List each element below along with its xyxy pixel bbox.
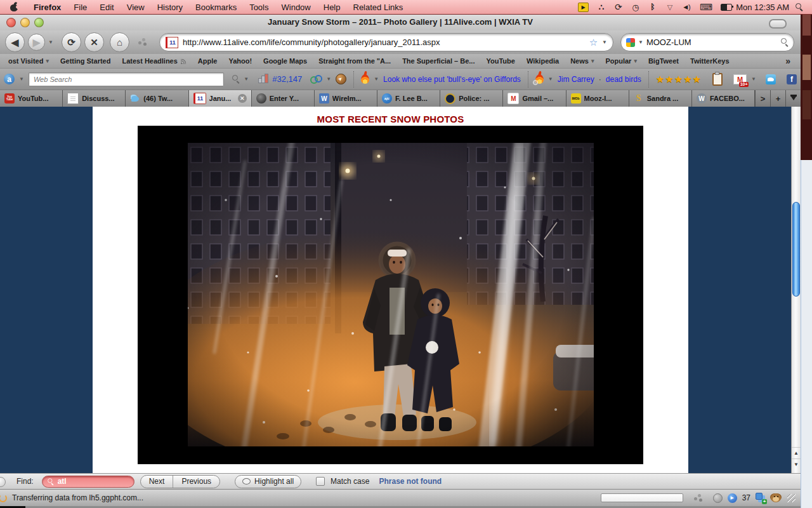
web-search-input[interactable] — [29, 72, 224, 86]
bookmark-item[interactable]: Wikipedia — [521, 57, 565, 65]
wifi-icon[interactable] — [665, 2, 674, 12]
status-molecule-icon[interactable] — [693, 494, 703, 502]
tab-list-button[interactable] — [785, 90, 801, 107]
twitter-toolbar-icon[interactable] — [766, 74, 776, 84]
wayback-compass-icon[interactable] — [336, 74, 346, 84]
history-clock-icon[interactable] — [631, 2, 640, 12]
history-dropdown-icon[interactable]: ▼ — [48, 39, 53, 45]
menu-item[interactable]: View — [121, 3, 151, 12]
status-circle-icon[interactable] — [713, 493, 723, 503]
bookmark-item[interactable]: Straight from the "A... — [313, 57, 396, 65]
tab[interactable]: Gmail –... — [503, 90, 566, 107]
bookmark-item[interactable]: Google Maps — [258, 57, 313, 65]
tab[interactable]: YouTub... — [0, 90, 63, 107]
url-text[interactable]: http://www.11alive.com/life/community/ph… — [183, 37, 585, 47]
volume-icon[interactable] — [683, 2, 691, 12]
toolbar-toggle-button[interactable] — [769, 19, 787, 29]
find-value[interactable]: atl — [58, 477, 67, 486]
bluetooth-icon[interactable] — [648, 2, 657, 12]
url-dropdown-icon[interactable]: ▼ — [602, 39, 607, 45]
highlight-all-button[interactable]: Highlight all — [235, 475, 301, 488]
match-case-checkbox[interactable] — [316, 477, 325, 486]
menu-item[interactable]: Tools — [243, 3, 275, 12]
script-play-icon[interactable] — [578, 3, 589, 12]
traffic-rank-icon[interactable] — [258, 75, 268, 84]
bookmark-item[interactable]: BigTweet — [643, 57, 684, 65]
back-button[interactable]: ◀ — [5, 32, 25, 52]
traffic-rank-value[interactable]: #32,147 — [272, 74, 302, 84]
battery-icon[interactable] — [721, 4, 732, 11]
find-next-button[interactable]: Next — [141, 476, 173, 488]
bookmark-item[interactable]: The Superficial – Be... — [396, 57, 480, 65]
window-titlebar[interactable]: January Snow Storm – 2011– Photo Gallery… — [0, 14, 801, 31]
scroll-down-arrow[interactable]: ▼ — [792, 458, 801, 470]
tab[interactable]: WireIm... — [315, 90, 377, 107]
hot-topic-link[interactable]: Look who else put 'bull's-eye' on Giffor… — [383, 75, 521, 84]
gmail-dropdown-icon[interactable]: ▼ — [751, 76, 756, 82]
tab-close-icon[interactable] — [238, 94, 247, 103]
bookmark-item[interactable]: Latest Headlines — [116, 57, 192, 65]
bookmark-item[interactable]: Yahoo! — [223, 57, 258, 65]
related-links-icon[interactable] — [310, 74, 322, 84]
reload-button[interactable]: ⟳ — [62, 32, 81, 52]
tab[interactable]: F. Lee B... — [377, 90, 440, 107]
tab[interactable]: (46) Tw... — [126, 90, 188, 107]
bookmark-item[interactable]: TwitterKeys — [684, 57, 735, 65]
menu-item[interactable]: Window — [275, 3, 317, 12]
address-bar[interactable]: 11 http://www.11alive.com/life/community… — [159, 33, 613, 51]
menu-item[interactable]: Help — [317, 3, 347, 12]
search-query-text[interactable]: MOOZ-LUM — [646, 37, 778, 47]
bookmark-star-icon[interactable] — [589, 37, 598, 48]
menu-item[interactable]: History — [151, 3, 189, 12]
menu-item[interactable]: Bookmarks — [189, 3, 243, 12]
trends-dropdown-icon[interactable]: ▼ — [548, 76, 553, 82]
tab[interactable]: Sandra ... — [629, 90, 692, 107]
menu-item[interactable]: File — [67, 3, 93, 12]
menubar-clock[interactable]: Mon 12:35 AM — [736, 3, 789, 12]
tab[interactable]: Janu... — [189, 90, 252, 107]
counter-play-icon[interactable] — [728, 493, 737, 503]
engine-dropdown-icon[interactable]: ▼ — [638, 39, 643, 45]
snow-storm-photo[interactable] — [188, 143, 594, 446]
tab[interactable]: FACEBO... — [692, 90, 755, 107]
hot-topics-dropdown-icon[interactable]: ▼ — [374, 76, 379, 82]
tab[interactable]: Discuss... — [63, 90, 126, 107]
close-window-button[interactable] — [6, 18, 16, 27]
sync-icon[interactable] — [614, 2, 623, 12]
zoom-window-button[interactable] — [34, 18, 44, 27]
links-dropdown-icon[interactable]: ▼ — [326, 76, 331, 82]
greasemonkey-icon[interactable] — [771, 493, 781, 502]
scroll-up-arrow[interactable]: ▲ — [792, 447, 801, 458]
menu-item[interactable]: Edit — [93, 3, 120, 12]
scroll-tabs-right-button[interactable]: > — [755, 90, 770, 107]
trend-link[interactable]: dead birds — [606, 75, 641, 84]
alexa-menu-icon[interactable]: a — [4, 74, 15, 84]
bookmark-item[interactable]: Apple — [192, 57, 223, 65]
menu-item[interactable]: Related Links — [347, 3, 410, 12]
keyboard-viewer-icon[interactable] — [700, 2, 712, 12]
find-close-button[interactable] — [0, 477, 6, 487]
tab[interactable]: Police: ... — [440, 90, 503, 107]
search-go-icon[interactable] — [781, 38, 789, 46]
resize-grip[interactable] — [787, 494, 796, 502]
addon-molecule-icon[interactable] — [138, 38, 147, 46]
stop-button[interactable]: ✕ — [84, 32, 104, 52]
bookmarks-overflow-chevron[interactable]: » — [778, 56, 798, 66]
forward-button[interactable]: ▶ — [28, 34, 45, 51]
paw-icon[interactable] — [597, 2, 606, 12]
tab[interactable]: Mooz-l... — [566, 90, 629, 107]
menu-item[interactable]: Firefox — [27, 3, 67, 12]
bookmark-item[interactable]: YouTube — [480, 57, 520, 65]
gmail-notifier-icon[interactable]: M 10+ — [733, 74, 747, 84]
vertical-scrollbar[interactable]: ▲ ▼ — [791, 107, 801, 473]
minimize-window-button[interactable] — [20, 18, 30, 27]
bookmark-item[interactable]: ost Visited — [3, 57, 55, 65]
facebook-toolbar-icon[interactable]: f — [787, 74, 797, 84]
hot-topics-flame-icon[interactable] — [361, 74, 369, 84]
new-tab-button[interactable]: + — [770, 90, 785, 107]
bookmark-item[interactable]: News — [565, 57, 599, 65]
alexa-dropdown-icon[interactable]: ▼ — [19, 76, 24, 82]
clipboard-icon[interactable] — [712, 73, 723, 86]
toolbar-search-icon[interactable] — [232, 75, 240, 83]
home-button[interactable]: ⌂ — [110, 32, 129, 52]
